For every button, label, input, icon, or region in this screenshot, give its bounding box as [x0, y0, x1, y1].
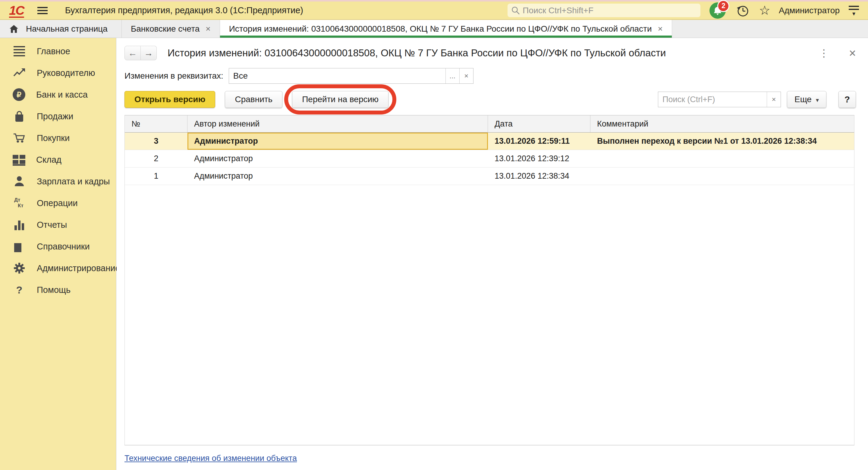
open-version-button[interactable]: Открыть версию	[124, 91, 215, 108]
notification-badge: 2	[717, 0, 730, 12]
notifications-button[interactable]: 2	[710, 2, 726, 19]
table-row-version-2[interactable]: 2 Администратор 13.01.2026 12:39:12	[125, 150, 854, 167]
global-search-input[interactable]: Поиск Ctrl+Shift+F	[507, 4, 701, 17]
app-window: 1С Бухгалтерия предприятия, редакция 3.0…	[0, 0, 868, 470]
tab-label: История изменений: 03100643000000018508,…	[229, 24, 652, 34]
tab-close-icon[interactable]: ×	[206, 24, 210, 34]
help-button[interactable]: ?	[838, 91, 856, 108]
more-button[interactable]: Еще▾	[787, 91, 827, 108]
technical-info-link[interactable]: Технические сведения об изменении объект…	[124, 454, 297, 463]
versions-table: № Автор изменений Дата Комментарий 3 Адм…	[124, 115, 855, 445]
tab-bank-accounts[interactable]: Банковские счета ×	[122, 20, 220, 38]
current-user-label[interactable]: Администратор	[779, 6, 840, 15]
sidebar-item-warehouse[interactable]: Склад	[0, 149, 116, 170]
close-form-icon[interactable]: ×	[849, 47, 856, 59]
column-header-author[interactable]: Автор изменений	[187, 115, 488, 132]
question-icon: ?	[13, 283, 26, 296]
debit-credit-icon: ДтКт	[13, 196, 26, 210]
main-menu-icon[interactable]	[37, 7, 48, 14]
home-icon	[9, 24, 19, 33]
1c-logo[interactable]: 1С	[9, 4, 24, 17]
tab-home[interactable]: Начальная страница	[0, 20, 122, 38]
tab-close-icon[interactable]: ×	[658, 24, 663, 34]
tab-home-label: Начальная страница	[26, 24, 107, 34]
table-search-clear-icon[interactable]: ×	[767, 92, 781, 107]
main-content: ← → История изменений: 03100643000000018…	[117, 38, 868, 470]
filter-ellipsis-button[interactable]: ...	[445, 68, 459, 84]
app-header: 1С Бухгалтерия предприятия, редакция 3.0…	[0, 1, 868, 20]
filter-clear-button[interactable]: ×	[459, 68, 473, 84]
sidebar-item-reports[interactable]: Отчеты	[0, 214, 116, 236]
shopping-bag-icon	[13, 110, 26, 123]
table-row-version-1[interactable]: 1 Администратор 13.01.2026 12:38:34	[125, 167, 854, 185]
focused-cell[interactable]: Администратор	[187, 132, 488, 150]
tab-bar: Начальная страница Банковские счета × Ис…	[0, 20, 868, 38]
favorites-star-icon[interactable]: ☆	[759, 4, 770, 17]
service-menu-icon[interactable]: ▾	[849, 6, 859, 15]
shopping-cart-icon	[13, 131, 26, 145]
sidebar-item-bank-cash[interactable]: ₽ Банк и касса	[0, 84, 116, 105]
sidebar-item-payroll-hr[interactable]: Зарплата и кадры	[0, 170, 116, 192]
global-search-placeholder: Поиск Ctrl+Shift+F	[523, 6, 593, 15]
table-row-version-3[interactable]: 3 Администратор 13.01.2026 12:59:11 Выпо…	[125, 132, 854, 150]
compare-button[interactable]: Сравнить	[225, 91, 282, 108]
filter-label: Изменения в реквизитах:	[124, 71, 223, 81]
trend-chart-icon	[13, 66, 26, 80]
column-header-date[interactable]: Дата	[488, 115, 590, 132]
filter-value[interactable]: Все	[229, 71, 445, 81]
sidebar-item-help[interactable]: ? Помощь	[0, 279, 116, 301]
gear-icon	[13, 261, 26, 275]
sidebar-item-directories[interactable]: Справочники	[0, 236, 116, 257]
search-icon	[511, 6, 520, 15]
page-title: История изменений: 03100643000000018508,…	[167, 47, 810, 59]
tab-label: Банковские счета	[131, 24, 199, 34]
sidebar-item-administration[interactable]: Администрирование	[0, 257, 116, 279]
sidebar: Главное Руководителю ₽ Банк и касса Пр	[0, 38, 116, 470]
books-icon	[13, 240, 26, 253]
person-icon	[13, 175, 26, 188]
sidebar-item-sales[interactable]: Продажи	[0, 105, 116, 127]
back-button[interactable]: ←	[124, 46, 141, 60]
bar-chart-icon	[13, 219, 26, 230]
table-header: № Автор изменений Дата Комментарий	[125, 115, 854, 132]
chevron-down-icon: ▾	[816, 97, 819, 103]
table-search-input[interactable]: Поиск (Ctrl+F) ×	[658, 92, 781, 107]
sidebar-item-purchases[interactable]: Покупки	[0, 127, 116, 149]
filter-combo[interactable]: Все ... ×	[229, 68, 473, 84]
more-menu-icon[interactable]: ⋮	[819, 47, 829, 59]
tab-change-history[interactable]: История изменений: 03100643000000018508,…	[220, 20, 672, 38]
warehouse-grid-icon	[13, 153, 25, 166]
history-icon[interactable]	[735, 3, 750, 18]
sidebar-item-manager[interactable]: Руководителю	[0, 62, 116, 84]
forward-button[interactable]: →	[141, 46, 157, 60]
sidebar-item-main[interactable]: Главное	[0, 40, 116, 62]
table-search-placeholder: Поиск (Ctrl+F)	[658, 95, 767, 104]
column-header-num[interactable]: №	[125, 115, 187, 132]
column-header-comment[interactable]: Комментарий	[590, 115, 854, 132]
go-to-version-button[interactable]: Перейти на версию	[292, 91, 389, 108]
ruble-coin-icon: ₽	[13, 88, 25, 101]
menu-lines-icon	[13, 44, 26, 58]
app-title: Бухгалтерия предприятия, редакция 3.0 (1…	[65, 5, 303, 15]
sidebar-item-operations[interactable]: ДтКт Операции	[0, 192, 116, 214]
